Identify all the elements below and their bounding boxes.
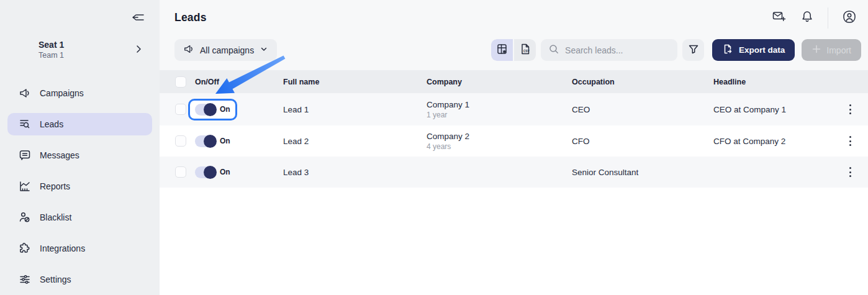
headline-cell: CEO at Company 1 — [713, 105, 833, 114]
plus-icon — [811, 44, 821, 56]
column-header-company: Company — [427, 78, 572, 86]
sidebar-nav: Campaigns Leads Messages Reports — [7, 82, 152, 291]
row-menu-button[interactable] — [842, 101, 858, 117]
table-header-row: On/Off Full name Company Occupation Head… — [160, 70, 868, 93]
toggle-knob — [204, 103, 217, 116]
seat-selector[interactable]: Seat 1 Team 1 — [0, 36, 160, 63]
sidebar-item-label: Settings — [40, 275, 71, 284]
full-name-cell: Lead 2 — [283, 137, 427, 146]
toggle-wrap: On — [188, 161, 237, 183]
funnel-icon — [688, 43, 699, 57]
lead-on-off-toggle[interactable] — [195, 166, 216, 178]
csv-file-icon: CSV — [519, 43, 531, 58]
bell-icon — [800, 9, 814, 27]
view-toggle-group: CSV — [491, 39, 536, 61]
chart-icon — [19, 180, 31, 193]
sidebar-item-campaigns[interactable]: Campaigns — [7, 82, 152, 104]
table-settings-icon — [496, 43, 509, 58]
file-export-icon — [722, 43, 733, 57]
column-header-onoff: On/Off — [195, 78, 283, 86]
full-name-cell: Lead 3 — [283, 168, 427, 177]
company-duration: 4 years — [427, 142, 572, 151]
column-header-occupation: Occupation — [572, 78, 713, 86]
sidebar-item-settings[interactable]: Settings — [7, 268, 152, 291]
top-section: Leads — [160, 0, 868, 70]
table-row: On Lead 3 Senior Consultant — [160, 157, 868, 188]
sidebar-item-label: Integrations — [40, 243, 85, 253]
company-cell: Company 2 — [427, 132, 572, 141]
sidebar-item-messages[interactable]: Messages — [7, 144, 152, 166]
row-menu-button[interactable] — [842, 133, 858, 149]
row-checkbox[interactable] — [175, 104, 186, 115]
headline-cell: CFO at Company 2 — [713, 137, 833, 146]
company-duration: 1 year — [427, 111, 572, 119]
table-row: On Lead 1 Company 1 1 year CEO CEO at Co… — [160, 93, 868, 125]
column-header-headline: Headline — [713, 78, 833, 86]
toggle-knob — [204, 135, 217, 148]
collapse-sidebar-button[interactable] — [130, 11, 146, 27]
megaphone-icon — [19, 87, 31, 99]
seat-subtitle: Team 1 — [38, 51, 64, 60]
sidebar-item-label: Reports — [40, 181, 70, 191]
sidebar-item-reports[interactable]: Reports — [7, 175, 152, 197]
sidebar-item-label: Messages — [40, 150, 79, 160]
csv-view-button[interactable]: CSV — [514, 39, 536, 61]
blocked-user-icon — [19, 211, 31, 224]
column-header-full-name: Full name — [283, 78, 427, 86]
account-button[interactable] — [842, 9, 857, 27]
leads-table: On/Off Full name Company Occupation Head… — [160, 70, 868, 188]
company-cell: Company 1 — [427, 100, 572, 109]
row-menu-button[interactable] — [842, 164, 858, 180]
notifications-button[interactable] — [800, 9, 814, 27]
occupation-cell: Senior Consultant — [572, 168, 713, 177]
sidebar-item-integrations[interactable]: Integrations — [7, 237, 152, 260]
chevron-right-icon — [133, 43, 143, 57]
sidebar-item-label: Leads — [40, 119, 63, 129]
import-button[interactable]: Import — [802, 39, 861, 61]
table-view-button[interactable] — [491, 39, 513, 61]
sidebar-item-label: Campaigns — [40, 88, 84, 98]
row-checkbox[interactable] — [175, 166, 186, 178]
lead-on-off-toggle[interactable] — [195, 135, 216, 147]
annotation-highlight: On — [188, 99, 237, 120]
megaphone-icon — [183, 43, 194, 57]
new-mail-button[interactable] — [772, 9, 787, 27]
chevron-down-icon — [260, 45, 268, 56]
search-input[interactable] — [565, 45, 664, 55]
seat-title: Seat 1 — [38, 40, 64, 50]
sidebar-item-label: Blacklist — [40, 212, 71, 222]
export-data-label: Export data — [739, 45, 785, 55]
lead-on-off-toggle[interactable] — [195, 104, 216, 116]
toggle-wrap: On — [188, 130, 237, 152]
toggle-state-label: On — [220, 137, 230, 145]
svg-text:CSV: CSV — [523, 50, 530, 53]
import-label: Import — [826, 45, 851, 55]
leads-search-icon — [19, 118, 31, 130]
campaign-filter-label: All campaigns — [200, 45, 254, 55]
campaign-filter-dropdown[interactable]: All campaigns — [174, 39, 277, 61]
sliders-icon — [19, 273, 31, 286]
toggle-knob — [204, 166, 217, 179]
row-checkbox[interactable] — [175, 135, 186, 147]
sidebar-item-leads[interactable]: Leads — [7, 113, 152, 135]
sidebar-item-blacklist[interactable]: Blacklist — [7, 206, 152, 229]
page-title: Leads — [174, 11, 207, 24]
puzzle-icon — [19, 242, 31, 255]
filter-button[interactable] — [682, 39, 704, 61]
occupation-cell: CFO — [572, 137, 713, 146]
select-all-checkbox[interactable] — [175, 76, 186, 88]
occupation-cell: CEO — [572, 105, 713, 114]
export-data-button[interactable]: Export data — [712, 39, 795, 61]
toolbar: All campaigns CSV — [160, 35, 868, 61]
toggle-state-label: On — [220, 168, 230, 176]
message-bubble-icon — [19, 149, 31, 161]
table-row: On Lead 2 Company 2 4 years CFO CFO at C… — [160, 125, 868, 157]
topbar: Leads — [160, 0, 868, 35]
full-name-cell: Lead 1 — [283, 105, 427, 114]
mail-plus-icon — [772, 9, 787, 27]
topbar-divider — [828, 7, 828, 29]
search-icon — [548, 43, 559, 57]
app-window: Seat 1 Team 1 Campaigns Leads — [0, 0, 868, 295]
main-content: Leads — [160, 0, 868, 295]
user-avatar-icon — [842, 9, 857, 27]
